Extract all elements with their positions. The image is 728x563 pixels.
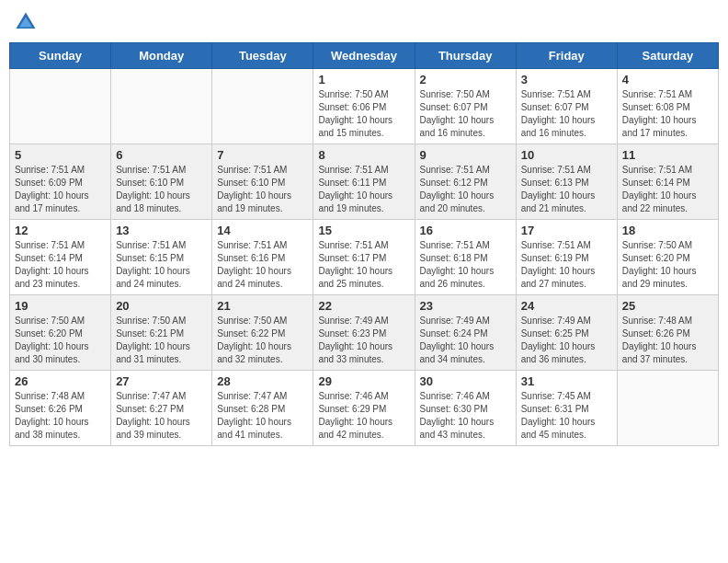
day-info: Sunrise: 7:50 AM Sunset: 6:21 PM Dayligh… [116, 315, 207, 366]
day-number: 19 [15, 299, 106, 313]
day-number: 3 [521, 73, 612, 86]
day-number: 11 [622, 148, 713, 162]
day-cell-26: 26Sunrise: 7:48 AM Sunset: 6:26 PM Dayli… [10, 371, 111, 446]
day-info: Sunrise: 7:49 AM Sunset: 6:23 PM Dayligh… [318, 315, 409, 366]
day-number: 24 [521, 299, 612, 313]
day-info: Sunrise: 7:48 AM Sunset: 6:26 PM Dayligh… [15, 390, 106, 442]
day-number: 30 [420, 374, 511, 388]
day-cell-13: 13Sunrise: 7:51 AM Sunset: 6:15 PM Dayli… [111, 220, 212, 295]
day-info: Sunrise: 7:51 AM Sunset: 6:14 PM Dayligh… [622, 164, 713, 215]
day-cell-31: 31Sunrise: 7:45 AM Sunset: 6:31 PM Dayli… [516, 371, 617, 446]
day-info: Sunrise: 7:51 AM Sunset: 6:10 PM Dayligh… [116, 164, 207, 215]
weekday-header-tuesday: Tuesday [212, 43, 313, 69]
day-info: Sunrise: 7:51 AM Sunset: 6:15 PM Dayligh… [116, 239, 207, 291]
day-cell-20: 20Sunrise: 7:50 AM Sunset: 6:21 PM Dayli… [111, 295, 212, 371]
day-number: 20 [116, 299, 207, 313]
weekday-header-friday: Friday [516, 43, 617, 69]
day-number: 27 [116, 374, 207, 388]
day-cell-21: 21Sunrise: 7:50 AM Sunset: 6:22 PM Dayli… [212, 295, 313, 371]
week-row-2: 5Sunrise: 7:51 AM Sunset: 6:09 PM Daylig… [10, 144, 719, 220]
day-cell-10: 10Sunrise: 7:51 AM Sunset: 6:13 PM Dayli… [516, 144, 617, 220]
day-info: Sunrise: 7:50 AM Sunset: 6:22 PM Dayligh… [217, 315, 308, 366]
day-number: 25 [622, 299, 713, 313]
day-cell-19: 19Sunrise: 7:50 AM Sunset: 6:20 PM Dayli… [10, 295, 111, 371]
day-number: 21 [217, 299, 308, 313]
day-info: Sunrise: 7:48 AM Sunset: 6:26 PM Dayligh… [622, 315, 713, 366]
day-number: 12 [15, 224, 106, 237]
day-info: Sunrise: 7:46 AM Sunset: 6:30 PM Dayligh… [420, 390, 511, 442]
day-number: 8 [318, 148, 409, 162]
day-info: Sunrise: 7:51 AM Sunset: 6:18 PM Dayligh… [420, 239, 511, 291]
header [9, 9, 719, 35]
week-row-4: 19Sunrise: 7:50 AM Sunset: 6:20 PM Dayli… [10, 295, 719, 371]
empty-cell [212, 69, 313, 144]
day-cell-28: 28Sunrise: 7:47 AM Sunset: 6:28 PM Dayli… [212, 371, 313, 446]
week-row-5: 26Sunrise: 7:48 AM Sunset: 6:26 PM Dayli… [10, 371, 719, 446]
day-cell-29: 29Sunrise: 7:46 AM Sunset: 6:29 PM Dayli… [313, 371, 415, 446]
day-info: Sunrise: 7:51 AM Sunset: 6:10 PM Dayligh… [217, 164, 308, 215]
day-number: 31 [521, 374, 612, 388]
day-info: Sunrise: 7:47 AM Sunset: 6:28 PM Dayligh… [217, 390, 308, 442]
day-number: 29 [318, 374, 409, 388]
day-cell-30: 30Sunrise: 7:46 AM Sunset: 6:30 PM Dayli… [415, 371, 516, 446]
day-cell-3: 3Sunrise: 7:51 AM Sunset: 6:07 PM Daylig… [516, 69, 617, 144]
day-info: Sunrise: 7:51 AM Sunset: 6:07 PM Dayligh… [521, 88, 612, 140]
weekday-header-monday: Monday [111, 43, 212, 69]
day-number: 5 [15, 148, 106, 162]
day-info: Sunrise: 7:51 AM Sunset: 6:13 PM Dayligh… [521, 164, 612, 215]
day-info: Sunrise: 7:51 AM Sunset: 6:08 PM Dayligh… [622, 88, 713, 140]
day-info: Sunrise: 7:46 AM Sunset: 6:29 PM Dayligh… [318, 390, 409, 442]
day-number: 17 [521, 224, 612, 237]
day-cell-12: 12Sunrise: 7:51 AM Sunset: 6:14 PM Dayli… [10, 220, 111, 295]
weekday-header-sunday: Sunday [10, 43, 111, 69]
day-info: Sunrise: 7:49 AM Sunset: 6:25 PM Dayligh… [521, 315, 612, 366]
day-cell-24: 24Sunrise: 7:49 AM Sunset: 6:25 PM Dayli… [516, 295, 617, 371]
weekday-header-saturday: Saturday [617, 43, 718, 69]
week-row-3: 12Sunrise: 7:51 AM Sunset: 6:14 PM Dayli… [10, 220, 719, 295]
day-number: 23 [420, 299, 511, 313]
day-info: Sunrise: 7:51 AM Sunset: 6:17 PM Dayligh… [318, 239, 409, 291]
day-cell-7: 7Sunrise: 7:51 AM Sunset: 6:10 PM Daylig… [212, 144, 313, 220]
day-info: Sunrise: 7:49 AM Sunset: 6:24 PM Dayligh… [420, 315, 511, 366]
calendar-table: SundayMondayTuesdayWednesdayThursdayFrid… [9, 42, 719, 446]
day-cell-2: 2Sunrise: 7:50 AM Sunset: 6:07 PM Daylig… [415, 69, 516, 144]
day-number: 1 [318, 73, 409, 86]
day-cell-25: 25Sunrise: 7:48 AM Sunset: 6:26 PM Dayli… [617, 295, 718, 371]
day-number: 4 [622, 73, 713, 86]
day-cell-8: 8Sunrise: 7:51 AM Sunset: 6:11 PM Daylig… [313, 144, 415, 220]
day-info: Sunrise: 7:51 AM Sunset: 6:09 PM Dayligh… [15, 164, 106, 215]
empty-cell [111, 69, 212, 144]
day-cell-4: 4Sunrise: 7:51 AM Sunset: 6:08 PM Daylig… [617, 69, 718, 144]
day-cell-14: 14Sunrise: 7:51 AM Sunset: 6:16 PM Dayli… [212, 220, 313, 295]
day-cell-6: 6Sunrise: 7:51 AM Sunset: 6:10 PM Daylig… [111, 144, 212, 220]
day-info: Sunrise: 7:51 AM Sunset: 6:19 PM Dayligh… [521, 239, 612, 291]
day-cell-11: 11Sunrise: 7:51 AM Sunset: 6:14 PM Dayli… [617, 144, 718, 220]
day-number: 6 [116, 148, 207, 162]
logo-icon [13, 9, 39, 35]
day-number: 9 [420, 148, 511, 162]
day-cell-17: 17Sunrise: 7:51 AM Sunset: 6:19 PM Dayli… [516, 220, 617, 295]
day-number: 26 [15, 374, 106, 388]
day-number: 28 [217, 374, 308, 388]
empty-cell [10, 69, 111, 144]
day-info: Sunrise: 7:50 AM Sunset: 6:06 PM Dayligh… [318, 88, 409, 140]
day-number: 7 [217, 148, 308, 162]
day-cell-22: 22Sunrise: 7:49 AM Sunset: 6:23 PM Dayli… [313, 295, 415, 371]
day-info: Sunrise: 7:51 AM Sunset: 6:11 PM Dayligh… [318, 164, 409, 215]
day-info: Sunrise: 7:51 AM Sunset: 6:14 PM Dayligh… [15, 239, 106, 291]
weekday-header-wednesday: Wednesday [313, 43, 415, 69]
day-number: 18 [622, 224, 713, 237]
day-cell-5: 5Sunrise: 7:51 AM Sunset: 6:09 PM Daylig… [10, 144, 111, 220]
day-number: 14 [217, 224, 308, 237]
day-number: 2 [420, 73, 511, 86]
day-info: Sunrise: 7:51 AM Sunset: 6:12 PM Dayligh… [420, 164, 511, 215]
day-cell-16: 16Sunrise: 7:51 AM Sunset: 6:18 PM Dayli… [415, 220, 516, 295]
day-info: Sunrise: 7:51 AM Sunset: 6:16 PM Dayligh… [217, 239, 308, 291]
day-info: Sunrise: 7:50 AM Sunset: 6:07 PM Dayligh… [420, 88, 511, 140]
logo [13, 9, 42, 35]
weekday-header-row: SundayMondayTuesdayWednesdayThursdayFrid… [10, 43, 719, 69]
day-number: 22 [318, 299, 409, 313]
day-number: 16 [420, 224, 511, 237]
day-number: 10 [521, 148, 612, 162]
day-info: Sunrise: 7:47 AM Sunset: 6:27 PM Dayligh… [116, 390, 207, 442]
